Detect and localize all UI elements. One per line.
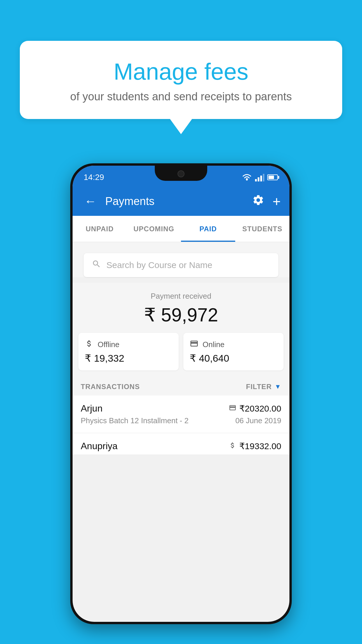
svg-point-0 (246, 179, 248, 181)
transactions-header: TRANSACTIONS FILTER ▼ (73, 376, 289, 396)
speech-bubble: Manage fees of your students and send re… (20, 41, 342, 119)
transaction-amount-2: ₹19332.00 (239, 441, 281, 451)
svg-rect-4 (263, 174, 264, 181)
online-icon (190, 339, 198, 350)
transaction-amount: ₹20320.00 (239, 403, 281, 414)
signal-icon (255, 173, 264, 181)
transaction-row[interactable]: Anupriya ₹19332.00 (73, 433, 289, 454)
payment-cards: Offline ₹ 19,332 Online ₹ 40,640 (73, 333, 289, 376)
status-time: 14:29 (84, 173, 104, 182)
offline-card: Offline ₹ 19,332 (78, 333, 179, 370)
transaction-amount-wrap: ₹19332.00 (229, 441, 281, 451)
transaction-date: 06 June 2019 (235, 416, 281, 425)
payment-type-icon (229, 404, 236, 413)
transaction-name: Arjun (81, 403, 103, 414)
page-title: Payments (105, 195, 246, 208)
online-label: Online (203, 340, 224, 349)
filter-button[interactable]: FILTER ▼ (246, 383, 281, 391)
offline-amount: ₹ 19,332 (85, 352, 172, 364)
transaction-row[interactable]: Arjun ₹20320.00 Physics Batch 12 Install… (73, 396, 289, 433)
wifi-icon (242, 173, 252, 181)
tab-students[interactable]: STUDENTS (235, 216, 289, 242)
transaction-row-top: Anupriya ₹19332.00 (81, 441, 281, 452)
settings-button[interactable] (252, 194, 264, 209)
payment-type-icon-2 (229, 442, 236, 451)
filter-icon: ▼ (275, 383, 281, 391)
tabs-bar: UNPAID UPCOMING PAID STUDENTS (73, 216, 289, 242)
bubble-subtitle: of your students and send receipts to pa… (34, 90, 328, 103)
offline-card-header: Offline (85, 339, 172, 350)
phone-frame: 14:29 (70, 163, 292, 624)
search-bar[interactable]: Search by Course or Name (84, 253, 278, 277)
app-bar: ← Payments + (73, 187, 289, 216)
search-placeholder: Search by Course or Name (106, 260, 212, 270)
tab-paid[interactable]: PAID (181, 216, 235, 242)
transaction-name: Anupriya (81, 441, 117, 452)
app-bar-actions: + (252, 193, 281, 209)
transaction-amount-wrap: ₹20320.00 (229, 403, 281, 414)
online-card-header: Online (190, 339, 277, 350)
phone-notch (155, 166, 207, 181)
online-amount: ₹ 40,640 (190, 352, 277, 364)
tab-upcoming[interactable]: UPCOMING (127, 216, 181, 242)
gear-icon (252, 194, 264, 206)
svg-rect-1 (255, 179, 257, 181)
transactions-label: TRANSACTIONS (81, 383, 140, 391)
svg-rect-3 (260, 176, 262, 181)
offline-label: Offline (98, 340, 120, 349)
add-button[interactable]: + (273, 193, 281, 209)
payment-total-amount: ₹ 59,972 (78, 304, 284, 326)
camera (178, 170, 184, 177)
filter-label: FILTER (246, 383, 272, 391)
offline-icon (85, 339, 94, 350)
tab-unpaid[interactable]: UNPAID (73, 216, 127, 242)
status-icons (242, 173, 278, 181)
battery-icon (267, 174, 278, 180)
transaction-course: Physics Batch 12 Installment - 2 (81, 416, 189, 425)
transaction-row-top: Arjun ₹20320.00 (81, 403, 281, 414)
bubble-title: Manage fees (34, 58, 328, 85)
transaction-row-bottom: Physics Batch 12 Installment - 2 06 June… (81, 416, 281, 425)
payment-summary: Payment received ₹ 59,972 (73, 283, 289, 333)
payment-received-label: Payment received (78, 292, 284, 301)
svg-rect-2 (258, 177, 259, 181)
online-card: Online ₹ 40,640 (183, 333, 284, 370)
phone-screen: 14:29 (73, 166, 289, 622)
back-button[interactable]: ← (81, 191, 99, 211)
search-icon (92, 259, 101, 271)
